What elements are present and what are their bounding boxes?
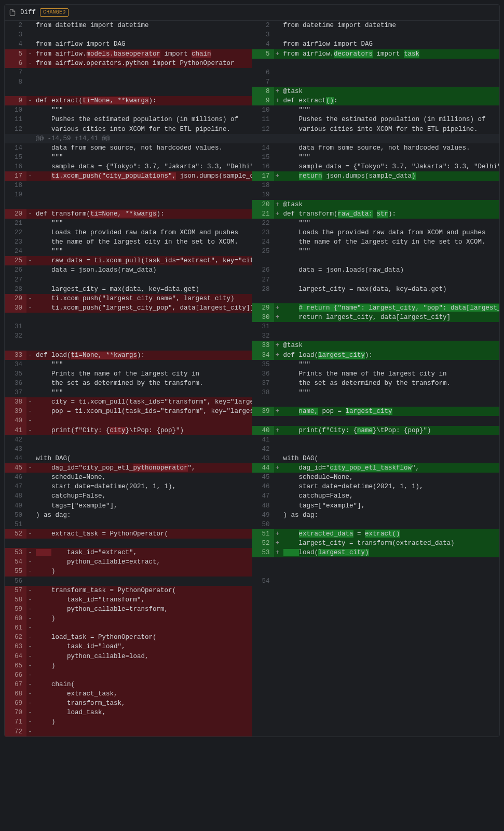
code-right[interactable]: schedule=None, (281, 473, 500, 482)
code-right[interactable]: """ (281, 388, 500, 397)
code-right[interactable]: @task (281, 200, 500, 209)
code-right[interactable]: extracted_data = extract() (281, 529, 500, 539)
code-left[interactable]: various cities into XCOM for the ETL pip… (34, 125, 252, 134)
code-right[interactable]: start_date=datetime(2021, 1, 1), (281, 482, 500, 491)
code-right[interactable] (281, 699, 500, 708)
code-right[interactable]: sample_data = {"Tokyo": 3.7, "Jakarta": … (281, 162, 500, 171)
code-left[interactable] (34, 68, 252, 77)
code-right[interactable] (281, 275, 500, 285)
code-right[interactable] (281, 77, 500, 87)
code-left[interactable]: transform_task, (34, 699, 252, 708)
code-right[interactable] (281, 708, 500, 717)
code-left[interactable]: ti.xcom_push("city_populations", json.du… (34, 171, 252, 181)
code-right[interactable]: data from some source, not hardcoded val… (281, 143, 500, 153)
code-left[interactable]: """ (34, 153, 252, 162)
code-left[interactable]: def load(ti=None, **kwargs): (34, 351, 252, 360)
code-left[interactable]: Prints the name of the largest city in (34, 369, 252, 379)
code-left[interactable] (34, 435, 252, 445)
code-left[interactable]: python_callable=extract, (34, 557, 252, 567)
code-left[interactable] (34, 520, 252, 529)
code-left[interactable]: """ (34, 219, 252, 228)
code-left[interactable]: """ (34, 388, 252, 397)
code-right[interactable] (281, 445, 500, 454)
code-right[interactable] (281, 577, 500, 586)
code-left[interactable]: python_callable=transform, (34, 605, 252, 614)
code-left[interactable] (34, 577, 252, 586)
code-right[interactable] (281, 680, 500, 689)
code-right[interactable]: name, pop = largest_city (281, 407, 500, 416)
code-right[interactable] (281, 671, 500, 680)
code-left[interactable] (34, 87, 252, 96)
code-right[interactable]: # return {"name": largest_city, "pop": d… (281, 303, 500, 313)
code-left[interactable] (34, 331, 252, 341)
code-left[interactable]: load_task = PythonOperator( (34, 633, 252, 642)
code-left[interactable]: extract_task, (34, 689, 252, 699)
code-right[interactable] (281, 642, 500, 651)
code-left[interactable]: Pushes the estimated population (in mill… (34, 115, 252, 124)
code-right[interactable]: the name of the largest city in the set … (281, 237, 500, 247)
code-right[interactable] (281, 652, 500, 661)
code-left[interactable]: ) (34, 661, 252, 671)
code-left[interactable] (34, 539, 252, 548)
code-left[interactable]: city = ti.xcom_pull(task_ids="transform"… (34, 397, 252, 407)
code-left[interactable]: tags=["example"], (34, 501, 252, 511)
code-left[interactable]: def extract(ti=None, **kwargs): (34, 96, 252, 105)
code-left[interactable] (34, 322, 252, 331)
code-left[interactable]: def transform(ti=None, **kwargs): (34, 209, 252, 219)
code-right[interactable]: """ (281, 219, 500, 228)
code-left[interactable]: ) (34, 614, 252, 623)
code-right[interactable] (281, 557, 500, 567)
code-right[interactable] (281, 614, 500, 623)
code-left[interactable]: from airflow.operators.python import Pyt… (34, 59, 252, 68)
code-right[interactable] (281, 727, 500, 736)
code-left[interactable]: start_date=datetime(2021, 1, 1), (34, 482, 252, 491)
code-left[interactable]: ) (34, 717, 252, 727)
code-left[interactable]: """ (34, 247, 252, 256)
code-left[interactable]: task_id="load", (34, 642, 252, 651)
code-left[interactable] (34, 313, 252, 322)
code-left[interactable]: data from some source, not hardcoded val… (34, 143, 252, 153)
code-right[interactable]: catchup=False, (281, 491, 500, 501)
code-right[interactable]: data = json.loads(raw_data) (281, 265, 500, 275)
code-right[interactable]: the set as determined by the transform. (281, 379, 500, 388)
code-left[interactable] (34, 190, 252, 199)
code-right[interactable] (281, 256, 500, 265)
code-right[interactable]: """ (281, 153, 500, 162)
code-right[interactable] (281, 30, 500, 39)
code-left[interactable]: python_callable=load, (34, 652, 252, 661)
code-left[interactable]: largest_city = max(data, key=data.get) (34, 285, 252, 294)
code-left[interactable]: transform_task = PythonOperator( (34, 586, 252, 595)
code-right[interactable] (281, 181, 500, 190)
code-right[interactable]: """ (281, 360, 500, 369)
code-right[interactable] (281, 633, 500, 642)
code-left[interactable]: the name of the largest city in the set … (34, 237, 252, 247)
code-right[interactable]: Pushes the estimated population (in mill… (281, 115, 500, 124)
code-left[interactable] (34, 30, 252, 39)
code-left[interactable]: ) as dag: (34, 511, 252, 520)
code-right[interactable]: with DAG( (281, 454, 500, 463)
code-left[interactable]: sample_data = {"Tokyo": 3.7, "Jakarta": … (34, 162, 252, 171)
code-left[interactable] (34, 275, 252, 285)
code-left[interactable] (34, 200, 252, 209)
code-left[interactable] (34, 181, 252, 190)
code-right[interactable] (281, 586, 500, 595)
code-right[interactable]: various cities into XCOM for the ETL pip… (281, 125, 500, 134)
code-right[interactable]: """ (281, 247, 500, 256)
code-left[interactable]: Loads the provided raw data from XCOM an… (34, 228, 252, 237)
code-right[interactable] (281, 397, 500, 407)
code-right[interactable] (281, 605, 500, 614)
code-right[interactable]: print(f"City: {name}\tPop: {pop}") (281, 426, 500, 435)
code-right[interactable]: ) as dag: (281, 511, 500, 520)
code-right[interactable]: largest_city = max(data, key=data.get) (281, 285, 500, 294)
code-left[interactable] (34, 77, 252, 87)
code-left[interactable]: catchup=False, (34, 491, 252, 501)
code-right[interactable]: """ (281, 105, 500, 115)
code-right[interactable] (281, 435, 500, 445)
code-right[interactable] (281, 322, 500, 331)
code-left[interactable]: raw_data = ti.xcom_pull(task_ids="extrac… (34, 256, 252, 265)
code-right[interactable] (281, 595, 500, 605)
code-left[interactable]: the set as determined by the transform. (34, 379, 252, 388)
code-right[interactable]: load(largest_city) (281, 548, 500, 557)
code-right[interactable]: def load(largest_city): (281, 351, 500, 360)
code-left[interactable]: from airflow.models.baseoperator import … (34, 49, 252, 59)
